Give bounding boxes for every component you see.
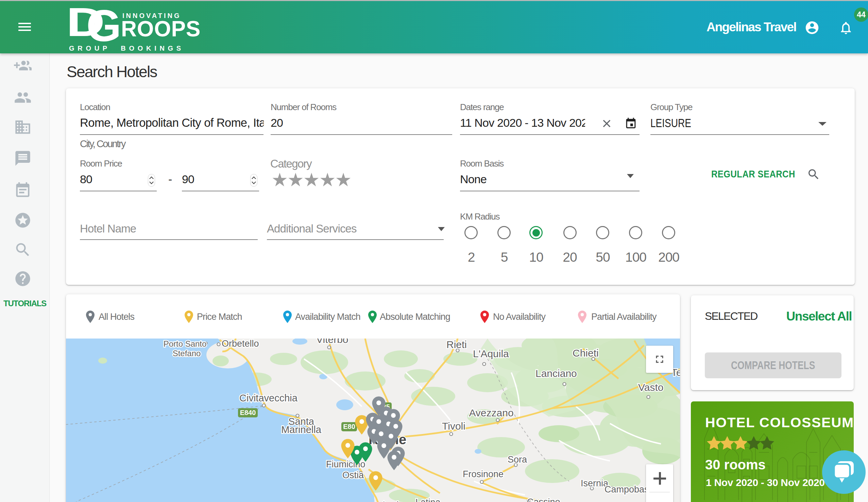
svg-text:E80: E80 bbox=[343, 423, 355, 430]
svg-text:Porto Santo: Porto Santo bbox=[164, 339, 207, 348]
svg-text:Latina: Latina bbox=[415, 497, 441, 502]
svg-text:Sora: Sora bbox=[508, 454, 527, 464]
svg-text:Anzio: Anzio bbox=[381, 500, 404, 502]
svg-text:Rieti: Rieti bbox=[446, 339, 467, 350]
svg-text:Frosinone: Frosinone bbox=[463, 469, 504, 479]
svg-text:Tivoli: Tivoli bbox=[442, 420, 465, 432]
svg-text:Orbetello: Orbetello bbox=[222, 338, 259, 349]
svg-text:Viterbo: Viterbo bbox=[316, 338, 349, 345]
svg-text:Stefano: Stefano bbox=[173, 349, 201, 358]
svg-text:Ostia: Ostia bbox=[342, 470, 364, 480]
svg-text:Civitavecchia: Civitavecchia bbox=[239, 393, 298, 404]
svg-text:Avezzano: Avezzano bbox=[469, 407, 513, 418]
svg-text:Lanciano: Lanciano bbox=[536, 368, 577, 379]
svg-text:Marinella: Marinella bbox=[281, 424, 322, 435]
svg-text:Cassino: Cassino bbox=[527, 497, 560, 502]
svg-text:E840: E840 bbox=[240, 409, 256, 416]
svg-text:Chieti: Chieti bbox=[572, 347, 599, 358]
svg-text:L'Aquila: L'Aquila bbox=[473, 348, 509, 359]
svg-text:Vasto: Vasto bbox=[638, 382, 664, 393]
